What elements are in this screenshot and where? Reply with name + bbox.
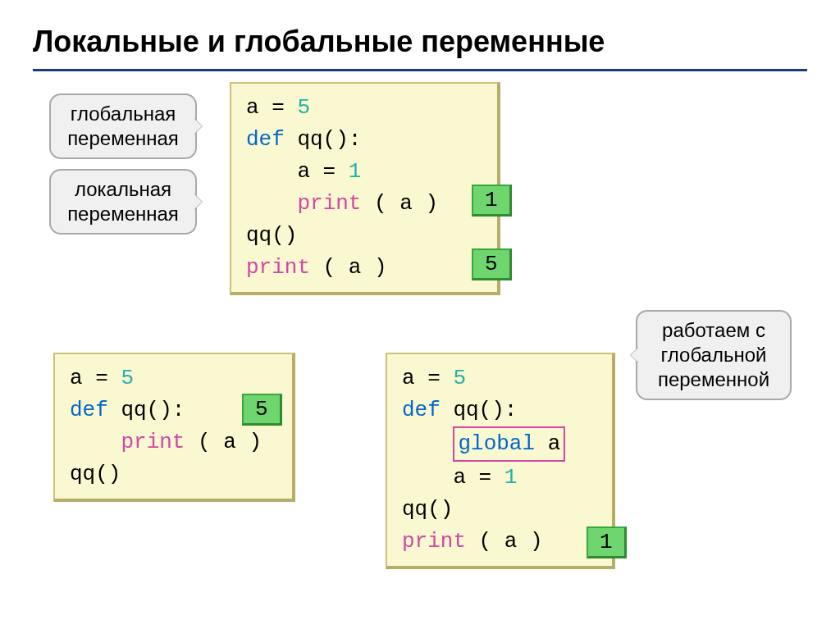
code-line: a = 1 bbox=[246, 156, 482, 188]
code-line: print ( a ) bbox=[246, 188, 482, 220]
result-badge: 5 bbox=[472, 248, 512, 280]
code-block-2: a = 5 def qq(): print ( a ) qq() bbox=[53, 353, 295, 502]
callout-work-global: работаем с глобальной переменной bbox=[636, 310, 792, 400]
code-block-3: a = 5 def qq(): global a a = 1 qq() prin… bbox=[386, 353, 615, 569]
code-line: qq() bbox=[402, 494, 597, 526]
code-block-1: a = 5 def qq(): a = 1 print ( a ) qq() p… bbox=[230, 82, 500, 295]
page-title: Локальные и глобальные переменные bbox=[33, 25, 807, 71]
code-line: a = 5 bbox=[246, 92, 482, 124]
result-badge: 1 bbox=[587, 526, 627, 558]
result-badge: 1 bbox=[472, 185, 512, 217]
callout-global-var: глобальная переменная bbox=[49, 93, 197, 159]
code-line: a = 5 bbox=[402, 362, 597, 394]
code-line: def qq(): bbox=[402, 394, 597, 426]
code-line: print ( a ) bbox=[402, 526, 597, 558]
code-line: qq() bbox=[246, 220, 482, 252]
code-line: a = 1 bbox=[402, 462, 597, 494]
callout-local-var: локальная переменная bbox=[49, 169, 197, 235]
result-badge: 5 bbox=[242, 394, 282, 426]
code-line: global a bbox=[402, 426, 597, 462]
code-line: print ( a ) bbox=[70, 426, 277, 458]
code-line: qq() bbox=[70, 458, 277, 490]
code-line: print ( a ) bbox=[246, 252, 482, 284]
code-line: def qq(): bbox=[246, 124, 482, 156]
code-line: a = 5 bbox=[70, 362, 277, 394]
